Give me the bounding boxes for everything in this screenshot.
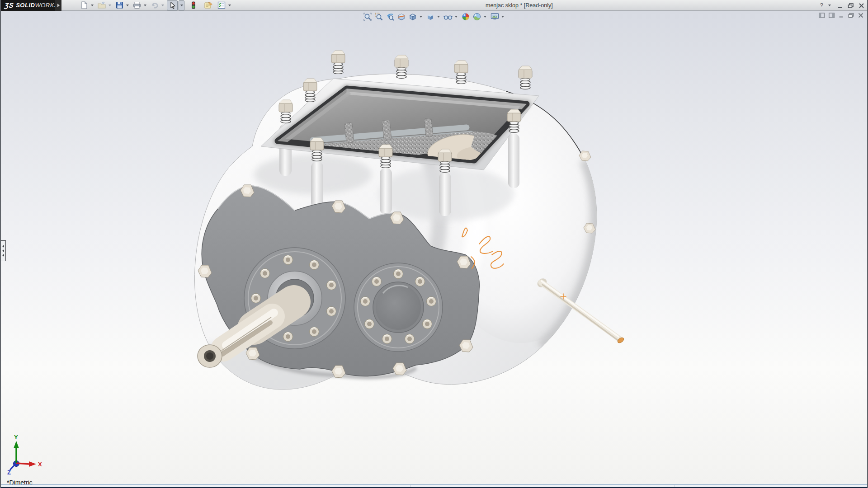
document-title: menjac sklop * [Read-only] (486, 0, 553, 11)
previous-view-button[interactable] (385, 12, 395, 21)
save-button[interactable] (114, 0, 125, 10)
print-button[interactable] (132, 0, 142, 10)
undo-button[interactable] (149, 0, 160, 10)
close-document-button[interactable] (858, 13, 863, 18)
restore-button[interactable] (848, 3, 854, 9)
zoom-to-area-button[interactable] (374, 12, 384, 21)
open-document-button[interactable] (96, 0, 107, 10)
dropdown-caret-icon (180, 5, 183, 6)
menu-expand-tab[interactable] (55, 0, 61, 11)
solidworks-window: ƷS SOLID WORKS (0, 0, 868, 488)
dropdown-caret-icon[interactable] (161, 5, 164, 6)
dropdown-caret-icon[interactable] (126, 5, 129, 6)
rebuild-button[interactable] (188, 0, 199, 10)
dropdown-caret-icon[interactable] (501, 16, 504, 18)
select-tool-dropdown[interactable] (179, 0, 184, 10)
bolt-boss-pillar (439, 173, 451, 216)
save-floppy-icon (116, 1, 123, 9)
view-settings-icon (491, 13, 499, 21)
bolt-boss-pillar (380, 168, 392, 214)
help-dropdown-caret-icon[interactable] (828, 5, 831, 6)
section-view-icon (397, 13, 406, 21)
logo-text-bold: SOLID (16, 2, 35, 9)
dropdown-caret-icon[interactable] (420, 16, 422, 18)
view-orientation-icon (409, 13, 417, 21)
zoom-to-fit-icon (363, 13, 372, 21)
collapse-arrow-icon (2, 245, 4, 248)
gearbox-assembly-model[interactable]: X Y Z (1, 11, 868, 488)
output-cover-flange[interactable] (354, 263, 443, 352)
triad-x-label: X (38, 461, 42, 468)
headsup-view-toolbar (363, 12, 506, 21)
undo-arrow-icon (151, 1, 159, 9)
view-settings-button[interactable] (490, 12, 500, 21)
dropdown-caret-icon[interactable] (144, 5, 146, 6)
collapse-arrow-icon (2, 254, 4, 257)
view-orientation-button[interactable] (408, 12, 418, 21)
traffic-light-icon (191, 1, 196, 9)
window-controls: ? (820, 0, 864, 11)
minimize-document-button[interactable] (839, 13, 844, 18)
document-window-controls (819, 13, 863, 18)
appearance-sphere-icon (462, 13, 470, 21)
dropdown-caret-icon[interactable] (484, 16, 486, 18)
restore-document-button[interactable] (848, 13, 854, 18)
select-cursor-icon (169, 2, 176, 9)
show-left-pane-button[interactable] (819, 13, 825, 18)
close-button[interactable] (859, 3, 864, 9)
status-bar (1, 484, 867, 488)
title-bar: ƷS SOLID WORKS (1, 0, 867, 11)
orientation-triad: X Y Z (7, 434, 42, 476)
apply-scene-button[interactable] (472, 12, 482, 21)
zoom-to-fit-button[interactable] (363, 12, 373, 21)
bolt-boss-pillar (508, 134, 519, 188)
show-right-pane-button[interactable] (829, 13, 835, 18)
zoom-to-area-icon (375, 13, 383, 21)
ds-logo-icon: ƷS (4, 1, 14, 9)
hide-show-items-button[interactable] (443, 12, 453, 21)
graphics-viewport[interactable]: X Y Z (1, 11, 867, 488)
expand-arrow-icon (57, 4, 60, 7)
status-divider (410, 485, 410, 487)
section-view-button[interactable] (396, 12, 406, 21)
minimize-button[interactable] (837, 3, 843, 9)
bolt-boss-pillar (311, 162, 323, 208)
triad-z-label: Z (7, 469, 11, 476)
file-properties-button[interactable] (203, 0, 213, 10)
feature-manager-collapsed-tab[interactable] (1, 240, 6, 261)
open-folder-icon (98, 1, 106, 9)
options-checklist-icon (217, 1, 226, 9)
display-style-icon (426, 13, 434, 21)
dropdown-caret-icon[interactable] (108, 5, 111, 6)
collapse-arrow-icon (2, 249, 4, 252)
status-divider (675, 485, 675, 487)
dropdown-caret-icon[interactable] (228, 5, 231, 6)
dropdown-caret-icon[interactable] (91, 5, 94, 6)
solidworks-logo: ƷS SOLID WORKS (1, 0, 55, 11)
dropdown-caret-icon[interactable] (437, 16, 440, 18)
display-style-button[interactable] (425, 12, 435, 21)
apply-scene-icon (473, 13, 481, 21)
note-hand-icon (204, 1, 212, 9)
help-button[interactable]: ? (820, 0, 823, 11)
previous-view-icon (386, 13, 394, 21)
eyeglasses-icon (443, 13, 453, 21)
dropdown-caret-icon[interactable] (455, 16, 458, 18)
main-toolbar (79, 0, 233, 10)
printer-icon (133, 1, 141, 9)
new-document-icon (80, 1, 88, 9)
edit-appearance-button[interactable] (461, 12, 471, 21)
triad-y-label: Y (14, 434, 18, 441)
select-tool-button[interactable] (167, 0, 178, 10)
new-document-button[interactable] (79, 0, 90, 10)
options-button[interactable] (216, 0, 227, 10)
